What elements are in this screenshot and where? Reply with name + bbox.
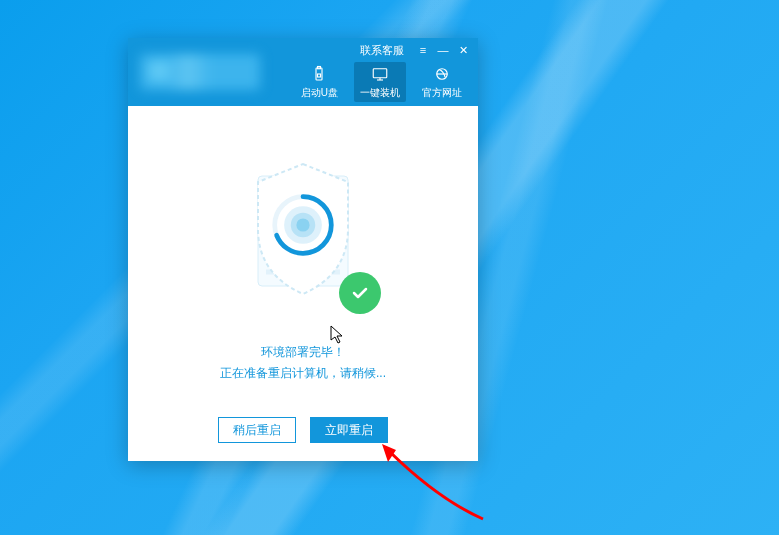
tab-label: 官方网址 bbox=[422, 86, 462, 100]
progress-ring bbox=[270, 192, 336, 258]
tab-official-website[interactable]: 官方网址 bbox=[416, 62, 468, 102]
success-check-icon bbox=[339, 272, 381, 314]
menu-button[interactable]: ≡ bbox=[414, 41, 432, 59]
usb-icon bbox=[309, 64, 329, 84]
annotation-arrow bbox=[378, 444, 488, 528]
ie-icon bbox=[432, 64, 452, 84]
tab-one-click-install[interactable]: 一键装机 bbox=[354, 62, 406, 102]
app-window: 联系客服 ≡ — ✕ 启动U盘 bbox=[128, 38, 478, 461]
tab-label: 启动U盘 bbox=[301, 86, 338, 100]
status-line-2: 正在准备重启计算机，请稍候... bbox=[148, 364, 458, 383]
restart-now-button[interactable]: 立即重启 bbox=[310, 417, 388, 443]
minimize-button[interactable]: — bbox=[434, 41, 452, 59]
tab-boot-usb[interactable]: 启动U盘 bbox=[295, 62, 344, 102]
status-message: 环境部署完毕！ 正在准备重启计算机，请稍候... bbox=[148, 341, 458, 385]
mouse-cursor-icon bbox=[330, 325, 346, 349]
hamburger-icon: ≡ bbox=[420, 44, 426, 56]
minimize-icon: — bbox=[438, 44, 449, 56]
monitor-icon bbox=[370, 64, 390, 84]
shield-graphic bbox=[231, 154, 376, 319]
status-line-1: 环境部署完毕！ bbox=[148, 343, 458, 362]
titlebar: 联系客服 ≡ — ✕ 启动U盘 bbox=[128, 38, 478, 106]
close-button[interactable]: ✕ bbox=[454, 41, 472, 59]
button-row: 稍后重启 立即重启 bbox=[128, 417, 478, 443]
content-area: 环境部署完毕！ 正在准备重启计算机，请稍候... 稍后重启 立即重启 bbox=[128, 106, 478, 461]
svg-rect-2 bbox=[318, 74, 321, 77]
close-icon: ✕ bbox=[459, 44, 468, 57]
nav-tabs: 启动U盘 一键装机 bbox=[295, 62, 468, 102]
restart-later-button[interactable]: 稍后重启 bbox=[218, 417, 296, 443]
svg-rect-3 bbox=[373, 69, 387, 78]
contact-support-link[interactable]: 联系客服 bbox=[360, 43, 404, 58]
app-logo bbox=[140, 54, 260, 90]
tab-label: 一键装机 bbox=[360, 86, 400, 100]
svg-point-15 bbox=[296, 218, 309, 231]
